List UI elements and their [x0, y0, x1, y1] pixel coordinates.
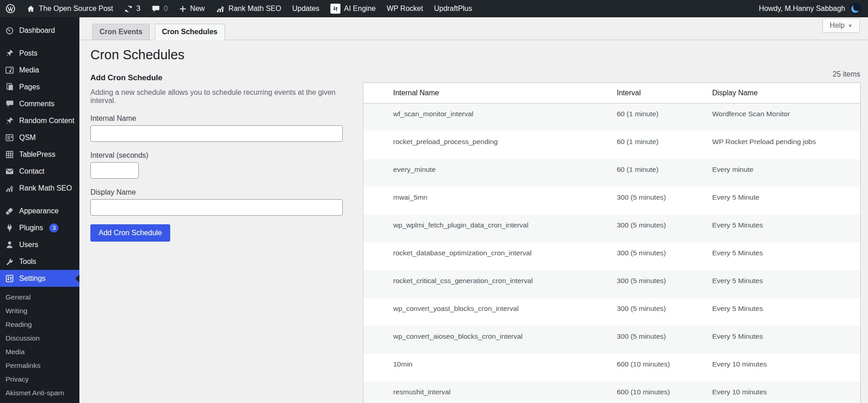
sidebar-item-label: Appearance: [19, 207, 58, 215]
cell-interval: 300 (5 minutes): [612, 215, 708, 243]
sidebar-item-settings[interactable]: Settings: [0, 270, 79, 287]
brush-icon: [5, 206, 15, 216]
plugin-icon: [5, 223, 15, 233]
cell-display-name: Every 5 Minutes: [708, 326, 861, 354]
cell-display-name: Every 5 Minutes: [708, 270, 861, 298]
submenu-item-discussion[interactable]: Discussion: [0, 331, 79, 345]
sidebar-item-appearance[interactable]: Appearance: [0, 202, 79, 219]
cell-internal-name: wp_convert_yoast_blocks_cron_interval: [389, 298, 612, 326]
user-icon: [5, 240, 15, 250]
submenu-item-updraftplus-backups[interactable]: UpdraftPlus Backups: [0, 400, 79, 403]
sidebar-item-contact[interactable]: Contact: [0, 163, 79, 180]
sidebar-item-label: TablePress: [19, 150, 55, 159]
rank-math-icon: [216, 4, 225, 13]
sidebar-item-label: Dashboard: [19, 26, 55, 35]
admin-bar-item-updates[interactable]: Updates: [287, 0, 325, 17]
sidebar-item-label: Comments: [19, 100, 54, 108]
admin-bar-item-new[interactable]: New: [173, 0, 210, 17]
page-title: Cron Schedules: [90, 47, 868, 62]
cell-interval: 600 (10 minutes): [612, 382, 708, 403]
table-row: rocket_critical_css_generation_cron_inte…: [363, 270, 861, 298]
cell-interval: 300 (5 minutes): [612, 187, 708, 215]
cell-display-name: Every 5 Minutes: [708, 243, 861, 270]
submenu-item-media[interactable]: Media: [0, 345, 79, 359]
dashboard-icon: [5, 26, 15, 36]
wordpress-logo-icon: [5, 4, 16, 14]
internal-name-field[interactable]: [90, 125, 343, 142]
rank-math-icon: [5, 183, 15, 193]
sidebar-item-tablepress[interactable]: TablePress: [0, 146, 79, 163]
cell-internal-name: rocket_preload_process_pending: [389, 131, 612, 159]
update-icon: [124, 5, 133, 13]
sidebar-item-label: Tools: [19, 258, 36, 266]
column-header-interval: Interval: [612, 83, 708, 103]
table-row: wp_convert_aioseo_blocks_cron_interval30…: [363, 326, 861, 354]
pin-icon: [5, 48, 15, 58]
admin-bar-item-rank-math-seo[interactable]: Rank Math SEO: [210, 0, 287, 17]
spacer-column-header: [363, 83, 389, 103]
tab-cron-events[interactable]: Cron Events: [92, 24, 150, 40]
cell-interval: 600 (10 minutes): [612, 354, 708, 382]
sliders-icon: [5, 274, 15, 284]
sidebar-item-plugins[interactable]: Plugins3: [0, 219, 79, 236]
submenu-item-permalinks[interactable]: Permalinks: [0, 359, 79, 372]
tab-cron-schedules[interactable]: Cron Schedules: [155, 24, 225, 40]
table-row: rocket_database_optimization_cron_interv…: [363, 243, 861, 270]
sidebar-item-qsm[interactable]: QSM: [0, 129, 79, 146]
cell-spacer: [363, 215, 389, 243]
cell-spacer: [363, 131, 389, 159]
sidebar-item-dashboard[interactable]: Dashboard: [0, 22, 79, 39]
admin-bar-item-3[interactable]: 3: [119, 0, 146, 17]
cell-interval: 300 (5 minutes): [612, 326, 708, 354]
cell-interval: 60 (1 minute): [612, 159, 708, 187]
submenu-item-general[interactable]: General: [0, 290, 79, 304]
account-menu[interactable]: Howdy, M.Hanny Sabbagh: [753, 0, 868, 17]
sidebar-item-rank-math-seo[interactable]: Rank Math SEO: [0, 180, 79, 196]
cell-internal-name: rocket_database_optimization_cron_interv…: [389, 243, 612, 270]
cell-display-name: Every 5 Minutes: [708, 298, 861, 326]
submenu-item-reading[interactable]: Reading: [0, 318, 79, 331]
admin-bar-item-updraftplus[interactable]: UpdraftPlus: [429, 0, 478, 17]
cell-spacer: [363, 326, 389, 354]
admin-bar-item-the-open-source-post[interactable]: The Open Source Post: [21, 0, 119, 17]
admin-bar: The Open Source Post30NewRank Math SEOUp…: [0, 0, 868, 17]
plugins-update-badge: 3: [49, 223, 58, 232]
cell-internal-name: mwai_5mn: [389, 187, 612, 215]
sidebar-item-posts[interactable]: Posts: [0, 45, 79, 62]
sidebar-item-random-content[interactable]: Random Content: [0, 112, 79, 129]
sidebar-item-comments[interactable]: Comments: [0, 95, 79, 112]
cell-internal-name: 10min: [389, 354, 612, 382]
submenu-item-writing[interactable]: Writing: [0, 304, 79, 318]
sidebar-item-pages[interactable]: Pages: [0, 78, 79, 95]
help-button[interactable]: Help ▼: [822, 18, 860, 33]
admin-bar-item-0[interactable]: 0: [146, 0, 173, 17]
sidebar-item-tools[interactable]: Tools: [0, 253, 79, 270]
cell-display-name: WP Rocket Preload pending jobs: [708, 131, 861, 159]
sidebar-item-media[interactable]: Media: [0, 62, 79, 78]
add-cron-schedule-button[interactable]: Add Cron Schedule: [90, 224, 170, 242]
wrench-icon: [5, 257, 15, 267]
admin-bar-item-wp-rocket[interactable]: WP Rocket: [381, 0, 429, 17]
display-name-field[interactable]: [90, 199, 343, 216]
submenu-item-akismet-anti-spam[interactable]: Akismet Anti-spam: [0, 386, 79, 400]
sidebar-item-users[interactable]: Users: [0, 236, 79, 253]
cell-spacer: [363, 382, 389, 403]
cell-display-name: Every 5 Minute: [708, 187, 861, 215]
admin-bar-item-ai-engine[interactable]: AI Engine: [325, 0, 381, 17]
column-header-internal-name: Internal Name: [389, 83, 612, 103]
interval-seconds-field[interactable]: [90, 162, 139, 179]
column-header-display-name: Display Name: [708, 83, 861, 103]
cell-spacer: [363, 298, 389, 326]
ai-engine-icon: [330, 4, 340, 14]
cell-spacer: [363, 270, 389, 298]
schedules-table-panel: 25 items Internal Name Interval Display …: [363, 70, 860, 403]
sidebar-item-label: Pages: [19, 83, 40, 91]
envelope-icon: [5, 166, 15, 176]
admin-bar-item-logo[interactable]: [0, 0, 21, 17]
table-row: every_minute60 (1 minute)Every minute: [363, 159, 861, 187]
comments-bubble-icon: [152, 5, 160, 13]
submenu-item-privacy[interactable]: Privacy: [0, 372, 79, 386]
cell-display-name: Wordfence Scan Monitor: [708, 103, 861, 131]
cell-spacer: [363, 159, 389, 187]
items-count: 25 items: [363, 70, 860, 78]
